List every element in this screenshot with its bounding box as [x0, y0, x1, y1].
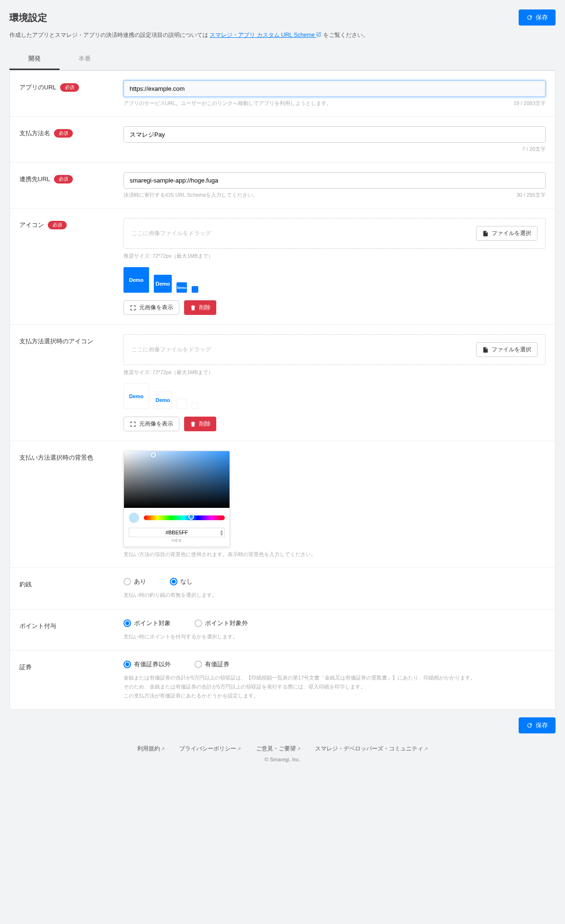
- thumb-xs: [192, 402, 198, 409]
- thumb-medium: Demo: [154, 275, 172, 293]
- point-on[interactable]: ポイント対象: [124, 619, 171, 628]
- delete-button[interactable]: 削除: [184, 417, 216, 431]
- required-badge: 必須: [54, 175, 73, 183]
- feedback-link[interactable]: ご意見・ご要望↗: [256, 745, 300, 752]
- pay-name-input[interactable]: [124, 126, 546, 143]
- refresh-icon: [526, 722, 533, 729]
- field-label: アプリのURL: [19, 83, 56, 92]
- hex-input[interactable]: [129, 528, 225, 537]
- required-badge: 必須: [54, 129, 73, 138]
- file-icon: [482, 230, 489, 237]
- thumb-large: Demo: [124, 384, 149, 409]
- delete-button[interactable]: 削除: [184, 300, 216, 315]
- change-yes[interactable]: あり: [124, 577, 146, 586]
- saturation-area[interactable]: [124, 451, 230, 508]
- trash-icon: [190, 305, 196, 311]
- description: 作成したアプリとスマレジ・アプリの決済時連携の設定項目の説明については スマレジ…: [9, 31, 556, 39]
- security-sec[interactable]: 有価証券: [194, 660, 230, 669]
- external-link-icon: ↗: [424, 746, 428, 751]
- save-button-top[interactable]: 保存: [519, 9, 556, 26]
- footer-links: 利用規約↗ プライバシーポリシー↗ ご意見・ご要望↗ スマレジ・デベロッパーズ・…: [9, 733, 556, 757]
- thumb-medium: Demo: [154, 391, 172, 409]
- select-icon-dropzone[interactable]: ここに画像ファイルをドラッグ ファイルを選択: [124, 334, 546, 365]
- hue-slider[interactable]: [144, 515, 225, 520]
- external-link-icon: ↗: [237, 746, 241, 751]
- thumb-small: [177, 399, 187, 409]
- settings-panel: アプリのURL 必須 アプリのサービスURL。ユーザーがこのリンクへ移動してアプ…: [9, 70, 556, 710]
- format-toggle[interactable]: ▲▼: [220, 530, 224, 536]
- field-label: 支払方法選択時のアイコン: [19, 337, 93, 346]
- field-label: 支払い方法選択時の背景色: [19, 453, 93, 462]
- point-off[interactable]: ポイント対象外: [194, 619, 248, 628]
- thumb-xs: [192, 286, 198, 293]
- icon-dropzone[interactable]: ここに画像ファイルをドラッグ ファイルを選択: [124, 218, 546, 249]
- field-label: 証券: [19, 663, 32, 671]
- page-title: 環境設定: [9, 11, 47, 24]
- community-link[interactable]: スマレジ・デベロッパーズ・コミュニティ↗: [315, 745, 428, 752]
- expand-icon: [130, 305, 136, 311]
- field-label: ポイント付与: [19, 622, 56, 630]
- thumb-large: Demo: [124, 267, 149, 293]
- external-link-icon: ↗: [161, 746, 165, 751]
- field-label: アイコン: [19, 221, 44, 229]
- security-other[interactable]: 有価証券以外: [124, 660, 171, 669]
- required-badge: 必須: [48, 221, 67, 229]
- refresh-icon: [526, 14, 533, 21]
- tabs: 開発 本番: [9, 49, 556, 70]
- color-picker[interactable]: HEX ▲▼: [124, 451, 230, 547]
- app-url-input[interactable]: [124, 80, 546, 97]
- view-original-button[interactable]: 元画像を表示: [124, 417, 179, 431]
- tab-dev[interactable]: 開発: [9, 49, 60, 70]
- privacy-link[interactable]: プライバシーポリシー↗: [179, 745, 241, 752]
- view-original-button[interactable]: 元画像を表示: [124, 300, 179, 315]
- trash-icon: [190, 421, 196, 427]
- change-no[interactable]: なし: [170, 577, 193, 586]
- terms-link[interactable]: 利用規約↗: [137, 745, 165, 752]
- file-select-button[interactable]: ファイルを選択: [476, 342, 538, 357]
- link-url-input[interactable]: [124, 172, 546, 189]
- save-button-bottom[interactable]: 保存: [519, 717, 556, 733]
- field-label: 連携先URL: [19, 175, 50, 183]
- hue-cursor[interactable]: [188, 514, 194, 520]
- tab-prod[interactable]: 本番: [60, 49, 110, 70]
- thumb-small: Demo: [177, 282, 187, 293]
- required-badge: 必須: [60, 83, 79, 92]
- external-link-icon: [316, 32, 321, 37]
- file-select-button[interactable]: ファイルを選択: [476, 226, 538, 241]
- saturation-cursor[interactable]: [150, 452, 156, 458]
- copyright: © Smaregi, Inc.: [9, 757, 556, 770]
- color-preview: [129, 513, 139, 523]
- expand-icon: [130, 421, 136, 427]
- field-label: 釣銭: [19, 580, 32, 589]
- file-icon: [482, 347, 489, 353]
- field-label: 支払方法名: [19, 129, 50, 138]
- external-link-icon: ↗: [297, 746, 300, 751]
- scheme-link[interactable]: スマレジ・アプリ カスタム URL Scheme: [210, 32, 321, 38]
